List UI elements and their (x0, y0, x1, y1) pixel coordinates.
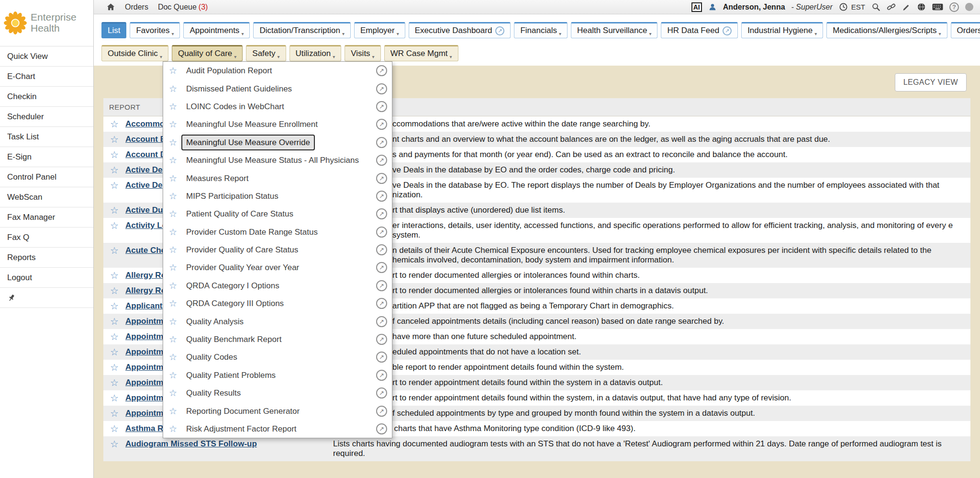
tab-list[interactable]: List (101, 22, 126, 38)
menu-item-patient-quality-of-care-status[interactable]: ☆ Patient Quality of Care Status ↗ (163, 205, 392, 223)
favorite-star-icon[interactable]: ☆ (103, 332, 125, 341)
sidebar-item-task-list[interactable]: Task List (0, 127, 93, 147)
favorite-star-icon[interactable]: ☆ (103, 409, 125, 418)
open-new-window-icon[interactable]: ↗ (376, 298, 387, 309)
report-link[interactable]: Appointm (125, 347, 163, 356)
menu-item-provider-custom-date-range-status[interactable]: ☆ Provider Custom Date Range Status ↗ (163, 223, 392, 241)
open-new-window-icon[interactable]: ↗ (376, 262, 387, 273)
favorite-star-icon[interactable]: ☆ (103, 119, 125, 129)
report-link[interactable]: Acute Che (125, 246, 166, 255)
open-new-window-icon[interactable]: ↗ (376, 370, 387, 381)
report-link[interactable]: Account B (125, 135, 166, 144)
tab-utilization[interactable]: Utilization ▾ (290, 45, 342, 61)
globe-icon[interactable] (917, 2, 926, 11)
favorite-star-icon[interactable]: ☆ (169, 387, 181, 398)
tab-hr-data-feed[interactable]: HR Data Feed ↗ (661, 22, 738, 38)
external-link-icon[interactable]: ↗ (495, 26, 504, 35)
menu-item-provider-quality-of-care-status[interactable]: ☆ Provider Quality of Care Status ↗ (163, 241, 392, 259)
sidebar-item-webscan[interactable]: WebScan (0, 187, 93, 207)
open-new-window-icon[interactable]: ↗ (376, 352, 387, 363)
tab-wr-case-mgmt[interactable]: WR Case Mgmt ▾ (384, 45, 458, 61)
tab-visits[interactable]: Visits ▾ (345, 45, 380, 61)
favorite-star-icon[interactable]: ☆ (169, 298, 181, 309)
open-new-window-icon[interactable]: ↗ (376, 65, 387, 76)
favorite-star-icon[interactable]: ☆ (103, 363, 125, 372)
chevron-down-icon[interactable]: ▾ (450, 54, 452, 61)
open-new-window-icon[interactable]: ↗ (376, 334, 387, 345)
sidebar-item-logout[interactable]: Logout (0, 268, 93, 288)
sidebar-item-fax-q[interactable]: Fax Q (0, 228, 93, 248)
favorite-star-icon[interactable]: ☆ (103, 150, 125, 159)
menu-item-reporting-document-generator[interactable]: ☆ Reporting Document Generator ↗ (163, 402, 392, 420)
tab-appointments[interactable]: Appointments ▾ (183, 22, 250, 38)
open-new-window-icon[interactable]: ↗ (376, 208, 387, 219)
menu-item-mips-participation-status[interactable]: ☆ MIPS Participation Status ↗ (163, 187, 392, 205)
chevron-down-icon[interactable]: ▾ (397, 31, 399, 38)
favorite-star-icon[interactable]: ☆ (169, 352, 181, 363)
chevron-down-icon[interactable]: ▾ (171, 31, 174, 38)
open-new-window-icon[interactable]: ↗ (376, 173, 387, 184)
menu-item-provider-quality-year-over-year[interactable]: ☆ Provider Quality Year over Year ↗ (163, 259, 392, 276)
favorite-star-icon[interactable]: ☆ (103, 301, 125, 311)
tab-quality-of-care[interactable]: Quality of Care ▾ (172, 45, 243, 61)
chevron-down-icon[interactable]: ▾ (241, 31, 244, 38)
chevron-down-icon[interactable]: ▾ (649, 31, 651, 38)
menu-item-loinc-codes-in-webchart[interactable]: ☆ LOINC Codes in WebChart ↗ (163, 98, 392, 115)
favorite-star-icon[interactable]: ☆ (169, 262, 181, 273)
clock-icon[interactable] (839, 2, 848, 11)
sidebar-item-control-panel[interactable]: Control Panel (0, 167, 93, 187)
help-icon[interactable]: ? (949, 2, 959, 12)
open-new-window-icon[interactable]: ↗ (376, 244, 387, 255)
sidebar-item-quick-view[interactable]: Quick View (0, 46, 93, 67)
chevron-down-icon[interactable]: ▾ (939, 31, 941, 38)
home-icon[interactable] (106, 2, 115, 11)
open-new-window-icon[interactable]: ↗ (376, 280, 387, 291)
chevron-down-icon[interactable]: ▾ (234, 54, 236, 61)
sidebar-item-reports[interactable]: Reports (0, 248, 93, 268)
sidebar-pin[interactable] (0, 288, 93, 308)
report-link[interactable]: Account D (125, 150, 166, 159)
sidebar-item-e-sign[interactable]: E-Sign (0, 147, 93, 167)
tab-health-surveillance[interactable]: Health Surveillance ▾ (571, 22, 658, 38)
open-new-window-icon[interactable]: ↗ (376, 101, 387, 112)
open-new-window-icon[interactable]: ↗ (376, 316, 387, 327)
favorite-star-icon[interactable]: ☆ (169, 334, 181, 345)
tab-safety[interactable]: Safety ▾ (246, 45, 286, 61)
menu-item-quality-patient-problems[interactable]: ☆ Quality Patient Problems ↗ (163, 366, 392, 384)
favorite-star-icon[interactable]: ☆ (169, 423, 181, 434)
favorite-star-icon[interactable]: ☆ (169, 227, 181, 238)
menu-item-quality-results[interactable]: ☆ Quality Results ↗ (163, 384, 392, 402)
tab-medications-allergies-scripts[interactable]: Medications/Allergies/Scripts ▾ (826, 22, 947, 38)
favorite-star-icon[interactable]: ☆ (169, 244, 181, 255)
report-link[interactable]: Applicant (125, 301, 162, 310)
report-link[interactable]: Accommo (125, 119, 165, 128)
nav-doc-queue[interactable]: Doc Queue(3) (158, 3, 208, 11)
tab-favorites[interactable]: Favorites ▾ (130, 22, 180, 38)
favorite-star-icon[interactable]: ☆ (169, 173, 181, 184)
favorite-star-icon[interactable]: ☆ (103, 165, 125, 175)
menu-item-meaningful-use-measure-override[interactable]: ☆ Meaningful Use Measure Override ↗ (163, 134, 392, 151)
menu-item-quality-analysis[interactable]: ☆ Quality Analysis ↗ (163, 312, 392, 330)
favorite-star-icon[interactable]: ☆ (169, 280, 181, 291)
open-new-window-icon[interactable]: ↗ (376, 406, 387, 417)
favorite-star-icon[interactable]: ☆ (169, 119, 181, 130)
menu-item-audit-population-report[interactable]: ☆ Audit Population Report ↗ (163, 62, 392, 80)
favorite-star-icon[interactable]: ☆ (169, 316, 181, 327)
menu-item-meaningful-use-measure-status-all-physicians[interactable]: ☆ Meaningful Use Measure Status - All Ph… (163, 151, 392, 169)
favorite-star-icon[interactable]: ☆ (169, 137, 181, 148)
report-link[interactable]: Appointm (125, 393, 163, 402)
report-link[interactable]: Active De (125, 181, 162, 190)
favorite-star-icon[interactable]: ☆ (103, 246, 125, 255)
sidebar-item-scheduler[interactable]: Scheduler (0, 107, 93, 127)
chevron-down-icon[interactable]: ▾ (559, 31, 561, 38)
open-new-window-icon[interactable]: ↗ (376, 227, 387, 238)
external-link-icon[interactable]: ↗ (723, 26, 732, 35)
tab-outside-clinic[interactable]: Outside Clinic ▾ (101, 45, 168, 61)
keyboard-icon[interactable] (932, 3, 943, 11)
open-new-window-icon[interactable]: ↗ (376, 83, 387, 94)
open-new-window-icon[interactable]: ↗ (376, 191, 387, 202)
favorite-star-icon[interactable]: ☆ (103, 221, 125, 230)
report-link[interactable]: Active De (125, 165, 162, 174)
report-link[interactable]: Active Du (125, 205, 163, 215)
legacy-view-button[interactable]: LEGACY VIEW (895, 73, 967, 91)
